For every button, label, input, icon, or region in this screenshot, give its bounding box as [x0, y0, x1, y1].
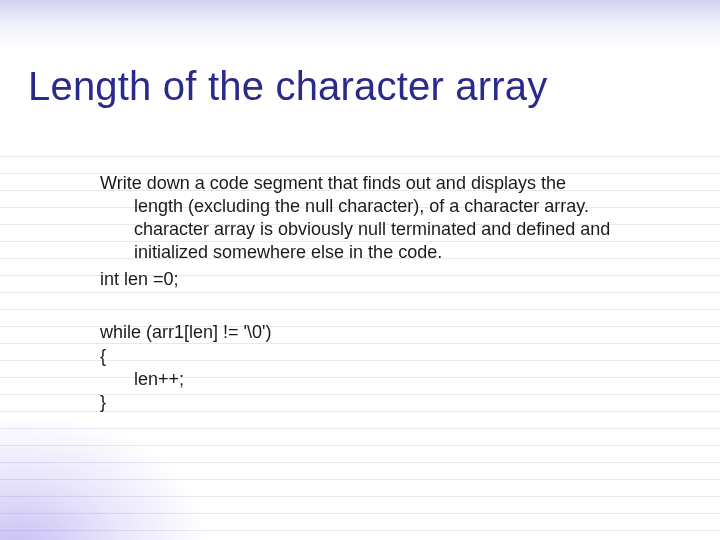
code-line-open-brace: { [100, 345, 650, 368]
prompt-line-4: initialized somewhere else in the code. [134, 241, 650, 264]
prompt-line-1: Write down a code segment that finds out… [100, 173, 566, 193]
top-gradient [0, 0, 720, 48]
slide-body: Write down a code segment that finds out… [100, 172, 650, 415]
prompt-paragraph: Write down a code segment that finds out… [100, 172, 650, 264]
slide-title: Length of the character array [28, 64, 692, 108]
bottom-corner-glow [0, 420, 200, 540]
declaration-line: int len =0; [100, 268, 650, 291]
prompt-line-2: length (excluding the null character), o… [134, 195, 650, 218]
code-line-close-brace: } [100, 391, 650, 414]
prompt-line-3: character array is obviously null termin… [134, 218, 650, 241]
code-line-while: while (arr1[len] != '\0') [100, 321, 650, 344]
slide: Length of the character array Write down… [0, 0, 720, 540]
code-block: while (arr1[len] != '\0') { len++; } [100, 321, 650, 415]
code-line-increment: len++; [100, 368, 650, 391]
